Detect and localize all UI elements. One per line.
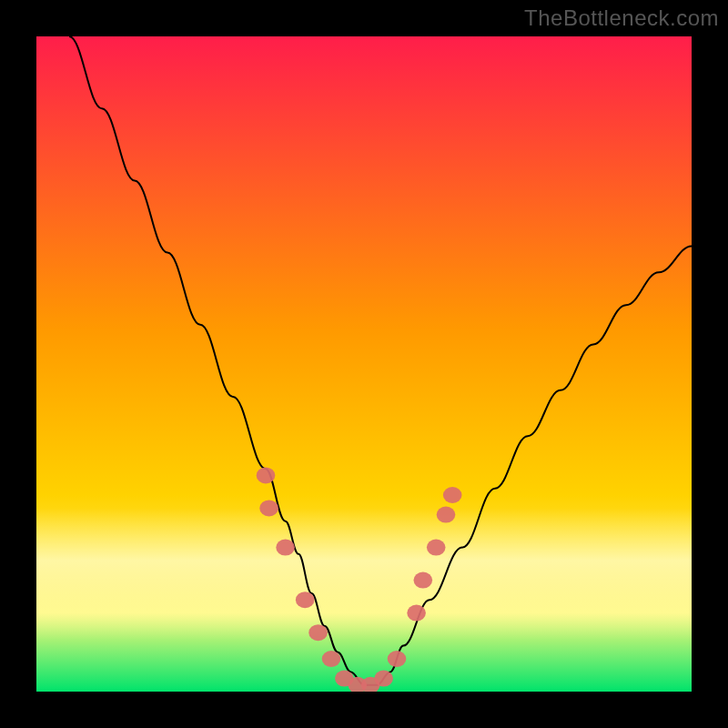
- marker-dot: [427, 540, 446, 556]
- marker-dot: [407, 605, 426, 622]
- marker-dot: [443, 487, 462, 503]
- marker-dot: [374, 671, 393, 687]
- marker-dot: [388, 651, 407, 667]
- plot-svg: [36, 36, 692, 692]
- marker-dot: [296, 592, 315, 608]
- glow-band: [36, 508, 692, 639]
- chart-frame: TheBottleneck.com: [0, 0, 728, 728]
- marker-dot: [308, 624, 328, 641]
- plot-area: [36, 36, 692, 692]
- marker-dot: [257, 467, 276, 483]
- marker-dot: [259, 500, 278, 516]
- marker-dot: [322, 651, 341, 667]
- marker-dot: [276, 540, 295, 556]
- marker-dot: [414, 572, 433, 589]
- watermark-text: TheBottleneck.com: [524, 5, 719, 31]
- marker-dot: [437, 507, 456, 523]
